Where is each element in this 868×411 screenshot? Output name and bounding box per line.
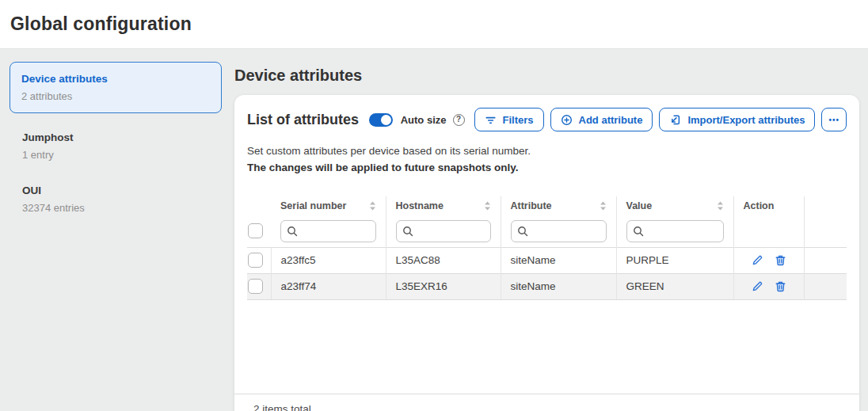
filter-cell-action [733, 215, 804, 247]
sidebar-item-count: 32374 entries [22, 202, 223, 215]
filter-icon [485, 114, 497, 126]
sort-icon[interactable] [369, 201, 376, 211]
cell-attribute: siteName [501, 247, 616, 273]
column-header-hostname[interactable]: Hostname [386, 196, 501, 215]
description-line2: The changes will be applied to future sn… [247, 159, 847, 176]
card-title: List of attributes [247, 112, 369, 128]
table-row: a23ff74 L35EXR16 siteName GREEN [247, 273, 847, 299]
filter-cell-filler [804, 215, 847, 247]
delete-button[interactable] [775, 254, 786, 266]
edit-button[interactable] [752, 280, 763, 292]
column-label: Value [626, 200, 653, 211]
list-of-attributes-card: List of attributes Auto size ? Filters [234, 95, 859, 411]
plus-circle-icon [561, 114, 573, 126]
select-all-cell [247, 215, 271, 247]
edit-button[interactable] [752, 254, 763, 266]
toggle-knob [381, 115, 391, 125]
filters-label: Filters [503, 114, 534, 126]
edit-icon [752, 280, 763, 292]
delete-button[interactable] [775, 280, 786, 292]
column-label: Attribute [511, 200, 552, 211]
attribute-filter-input[interactable] [511, 220, 607, 242]
trash-icon [775, 254, 786, 266]
row-checkbox[interactable] [248, 279, 263, 294]
more-actions-button[interactable]: ••• [821, 108, 847, 131]
row-checkbox[interactable] [248, 253, 263, 268]
column-label: Hostname [396, 200, 444, 211]
help-icon[interactable]: ? [453, 114, 465, 126]
ellipsis-icon: ••• [828, 116, 839, 124]
serial-filter-input[interactable] [280, 220, 376, 242]
page-header: Global configuration [0, 0, 868, 49]
sidebar-item-label: OUI [22, 184, 223, 198]
sidebar-item-label: Jumphost [22, 131, 223, 145]
sidebar-item-oui[interactable]: OUI 32374 entries [0, 184, 234, 215]
add-attribute-label: Add attribute [579, 114, 643, 126]
cell-attribute: siteName [501, 273, 616, 299]
import-export-label: Import/Export attributes [687, 114, 805, 126]
cell-serial: a23ff74 [271, 273, 386, 299]
card-description: Set custom attributes per device based o… [247, 143, 847, 176]
sidebar-item-count: 1 entry [22, 149, 223, 162]
items-total: 2 items total [234, 394, 859, 411]
sort-icon[interactable] [717, 201, 724, 211]
auto-size-label: Auto size [401, 114, 447, 126]
import-export-button[interactable]: Import/Export attributes [659, 108, 815, 131]
column-header-filler [804, 196, 847, 215]
column-header-attribute[interactable]: Attribute [501, 196, 616, 215]
import-export-icon [669, 114, 681, 126]
filter-cell-serial [271, 215, 386, 247]
sidebar-item-label: Device attributes [21, 72, 210, 86]
table-row: a23ffc5 L35AC88 siteName PURPLE [247, 247, 847, 273]
filters-button[interactable]: Filters [474, 108, 544, 131]
sort-icon[interactable] [600, 201, 607, 211]
sidebar-item-count: 2 attributes [21, 90, 210, 103]
card-header: List of attributes Auto size ? Filters [247, 108, 847, 131]
cell-hostname: L35EXR16 [386, 273, 501, 299]
sort-icon[interactable] [484, 201, 491, 211]
page-title: Global configuration [10, 13, 192, 35]
trash-icon [775, 280, 786, 292]
section-title: Device attributes [234, 67, 859, 85]
filter-cell-value [616, 215, 733, 247]
select-all-checkbox[interactable] [248, 223, 263, 238]
column-header-action: Action [733, 196, 804, 215]
description-line1: Set custom attributes per device based o… [247, 143, 847, 159]
cell-hostname: L35AC88 [386, 247, 501, 273]
sidebar: Device attributes 2 attributes Jumphost … [0, 49, 234, 411]
hostname-filter-input[interactable] [396, 220, 491, 242]
cell-serial: a23ffc5 [271, 247, 386, 273]
filter-cell-attribute [501, 215, 616, 247]
table-filter-row [247, 215, 847, 247]
main-panel: Device attributes List of attributes Aut… [234, 49, 868, 411]
sidebar-item-jumphost[interactable]: Jumphost 1 entry [0, 131, 234, 162]
auto-size-toggle[interactable] [369, 113, 393, 127]
edit-icon [752, 254, 763, 266]
cell-value: PURPLE [616, 247, 733, 273]
table-header-row: Serial number Hostname [247, 196, 847, 215]
card-toolbar: Auto size ? Filters Add attribute [369, 108, 847, 131]
column-header-value[interactable]: Value [616, 196, 733, 215]
column-header-serial[interactable]: Serial number [271, 196, 386, 215]
value-filter-input[interactable] [626, 220, 724, 242]
attributes-table: Serial number Hostname [247, 196, 847, 300]
sidebar-item-device-attributes[interactable]: Device attributes 2 attributes [10, 62, 222, 113]
content-area: Device attributes 2 attributes Jumphost … [0, 49, 868, 411]
select-all-header [247, 196, 271, 215]
cell-value: GREEN [616, 273, 733, 299]
column-label: Serial number [280, 200, 346, 211]
column-label: Action [744, 200, 775, 211]
filter-cell-hostname [386, 215, 501, 247]
add-attribute-button[interactable]: Add attribute [550, 108, 653, 131]
